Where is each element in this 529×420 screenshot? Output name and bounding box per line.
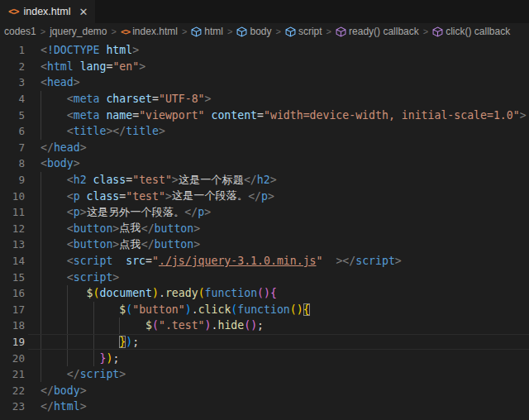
code-line[interactable]: 7</head> — [0, 140, 529, 156]
indent-guide — [67, 350, 68, 366]
line-number: 17 — [0, 303, 25, 316]
line-number: 21 — [0, 368, 25, 380]
code-line[interactable]: 9 <h2 class="test">这是一个标题</h2> — [0, 172, 529, 189]
code-line-content[interactable]: <button>点我</button> — [41, 236, 529, 253]
code-line-content[interactable]: </script> — [41, 366, 529, 383]
code-line[interactable]: 1<!DOCTYPE html> — [0, 42, 529, 59]
indent-guide — [67, 334, 68, 351]
code-token: "en" — [112, 60, 139, 73]
code-line[interactable]: 12 <button>点我</button> — [0, 221, 529, 237]
breadcrumb-item-body[interactable]: body — [236, 26, 272, 37]
breadcrumb-separator: > — [37, 26, 49, 36]
breadcrumb-item-html[interactable]: html — [190, 26, 224, 37]
code-token: html — [47, 60, 74, 73]
code-line-content[interactable]: </head> — [41, 140, 529, 156]
code-token: src — [112, 255, 145, 267]
code-line-content[interactable]: </body> — [41, 382, 529, 399]
code-token: = — [132, 109, 139, 122]
code-line-content[interactable]: <title></title> — [41, 123, 529, 140]
code-token — [41, 287, 87, 299]
code-line-content[interactable]: <body> — [41, 155, 529, 172]
code-line[interactable]: 10 <p class="test">这是一个段落。</p> — [0, 188, 529, 204]
code-line[interactable]: 19 }); — [0, 334, 529, 351]
code-token: 点我 — [119, 237, 141, 252]
code-line[interactable]: 20 }); — [0, 350, 529, 366]
code-line-content[interactable]: <meta name="viewport" content="width=dev… — [41, 107, 529, 123]
code-line[interactable]: 18 $(".test").hide(); — [0, 317, 529, 334]
code-line-content[interactable]: <h2 class="test">这是一个标题</h2> — [41, 172, 529, 189]
tab-index-html[interactable]: <> index.html ✕ — [0, 0, 95, 23]
code-token: "test" — [132, 174, 172, 186]
code-line[interactable]: 4 <meta charset="UTF-8"> — [0, 91, 529, 107]
code-line[interactable]: 11 <p>这是另外一个段落。</p> — [0, 204, 529, 221]
breadcrumb-item-codes1[interactable]: codes1 — [3, 26, 37, 37]
code-line-content[interactable]: }); — [41, 334, 529, 351]
code-token — [41, 206, 67, 218]
code-token: ready — [165, 287, 198, 299]
code-line-content[interactable]: <p class="test">这是一个段落。</p> — [41, 188, 529, 204]
code-line-content[interactable]: $("button").click(function(){ — [41, 302, 529, 318]
code-line-content[interactable]: }); — [41, 350, 529, 366]
code-line[interactable]: 2<html lang="en"> — [0, 59, 529, 75]
code-token: > — [80, 141, 87, 154]
code-token: $ — [87, 287, 93, 299]
code-token: "button" — [132, 303, 185, 316]
indent-guide — [41, 221, 41, 237]
code-line[interactable]: 14 <script src="./js/jquery-3.1.0.min.js… — [0, 253, 529, 270]
code-token: > — [132, 44, 139, 56]
code-line-content[interactable]: <meta charset="UTF-8"> — [41, 91, 529, 107]
code-token: name — [99, 109, 132, 122]
breadcrumb-item-ready-callback[interactable]: ready() callback — [335, 26, 420, 37]
code-token: . — [192, 303, 198, 316]
code-line[interactable]: 3<head> — [0, 74, 529, 91]
code-token: p — [74, 190, 80, 203]
code-line[interactable]: 6 <title></title> — [0, 123, 529, 140]
code-token: </ — [41, 141, 54, 154]
code-line[interactable]: 15 <script> — [0, 269, 529, 285]
code-line[interactable]: 23</html> — [0, 399, 529, 415]
code-token: h2 — [74, 174, 87, 186]
code-line-content[interactable]: <p>这是另外一个段落。</p> — [41, 204, 529, 221]
code-token: < — [67, 190, 74, 203]
code-line[interactable]: 16 $(document).ready(function(){ — [0, 285, 529, 302]
tab-close-icon[interactable]: ✕ — [79, 6, 88, 18]
code-line[interactable]: 8<body> — [0, 155, 529, 172]
code-token: "width=device-width, initial-scale=1.0" — [264, 109, 520, 122]
code-line-content[interactable]: <head> — [41, 74, 529, 91]
code-line[interactable]: 17 $("button").click(function(){ — [0, 302, 529, 318]
code-line-content[interactable]: <html lang="en"> — [41, 59, 529, 75]
symbol-blue-cube-icon — [285, 26, 296, 37]
code-token: click — [198, 303, 231, 316]
breadcrumb-item-index-html[interactable]: <>index.html — [120, 26, 179, 37]
line-number: 2 — [0, 60, 25, 73]
breadcrumb-label: jquery_demo — [50, 26, 107, 37]
code-line[interactable]: 13 <button>点我</button> — [0, 236, 529, 253]
code-line-content[interactable]: </html> — [41, 399, 529, 415]
code-line-content[interactable]: <button>点我</button> — [41, 221, 529, 237]
code-token: ; — [257, 319, 264, 332]
code-token: ) — [250, 319, 257, 332]
code-token: > — [74, 76, 80, 88]
code-token: < — [67, 206, 74, 218]
code-line[interactable]: 5 <meta name="viewport" content="width=d… — [0, 107, 529, 123]
code-token: $ — [119, 303, 126, 316]
code-token: lang — [74, 60, 107, 73]
code-token: ( — [290, 303, 297, 316]
code-editor[interactable]: 1<!DOCTYPE html>2<html lang="en">3<head>… — [0, 40, 529, 415]
line-number: 5 — [0, 109, 25, 122]
indent-guide — [41, 107, 41, 123]
code-line-content[interactable]: <!DOCTYPE html> — [41, 42, 529, 59]
code-line-content[interactable]: $(document).ready(function(){ — [41, 285, 529, 302]
code-line[interactable]: 22</body> — [0, 382, 529, 399]
breadcrumb-item-jquery-demo[interactable]: jquery_demo — [49, 26, 107, 37]
code-token: "test" — [126, 190, 165, 203]
code-token: </ — [141, 222, 155, 235]
breadcrumb-item-script[interactable]: script — [284, 26, 323, 37]
breadcrumb-item-click-callback[interactable]: click() callback — [431, 26, 511, 37]
code-line[interactable]: 21 </script> — [0, 366, 529, 383]
code-line-content[interactable]: <script> — [41, 269, 529, 285]
code-line-content[interactable]: $(".test").hide(); — [41, 317, 529, 334]
code-token: function — [237, 303, 290, 316]
code-token: > — [268, 190, 274, 203]
code-line-content[interactable]: <script src="./js/jquery-3.1.0.min.js" >… — [41, 253, 529, 270]
